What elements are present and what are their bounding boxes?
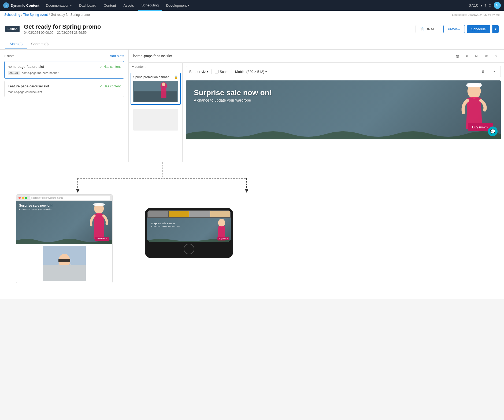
mobile-thumbnail-strip <box>147 210 231 218</box>
draft-icon: 📄 <box>420 27 424 31</box>
slot-path-1: home-page/the-hero-banner <box>22 71 59 75</box>
nav-dashboard[interactable]: Dashboard <box>76 0 99 11</box>
slot-tag-1: en-GB <box>8 71 20 75</box>
info-icon[interactable]: ℹ <box>492 52 500 60</box>
edition-badge: Edition <box>5 26 20 32</box>
home-button-area <box>147 242 231 256</box>
has-content-badge-1: ✓ Has content <box>100 65 121 69</box>
slot-path-2: feature-page/carousel-slot <box>8 90 42 94</box>
desktop-product-image <box>43 246 86 281</box>
edition-header: Edition Get ready for Spring promo 04/03… <box>0 19 504 39</box>
scale-checkbox[interactable] <box>215 70 218 73</box>
desktop-buy-btn[interactable]: Buy now > <box>95 237 109 241</box>
time-dropdown-icon[interactable]: ▾ <box>480 3 482 8</box>
browser-dot-yellow <box>22 197 24 199</box>
svg-point-16 <box>93 203 105 206</box>
breadcrumb-scheduling[interactable]: Scheduling <box>4 13 20 17</box>
preview-panel: Banner viz ▾ Scale Mobile (320 × 512) ▾ … <box>183 63 504 162</box>
content-item-empty[interactable] <box>131 106 181 133</box>
nav-scheduling[interactable]: Scheduling <box>138 0 162 11</box>
device-previews-section: search or enter website name Surprise sa… <box>0 194 504 299</box>
banner-preview: Surprise sale now on! A chance to update… <box>186 80 501 139</box>
svg-point-22 <box>218 219 225 227</box>
mobile-buy-btn[interactable]: Buy now > <box>217 237 229 240</box>
breadcrumb-sep-1: / <box>21 13 22 17</box>
nav-time: 07:10 <box>469 3 478 8</box>
slots-count: 2 slots <box>4 54 14 58</box>
chat-fab-preview[interactable]: 💬 <box>488 127 498 136</box>
edition-title: Get ready for Spring promo <box>24 23 101 30</box>
avatar[interactable]: M <box>494 2 501 9</box>
preview-button[interactable]: Preview <box>443 25 465 33</box>
tab-slots[interactable]: Slots (2) <box>5 39 27 49</box>
content-item-thumb-1 <box>133 81 178 102</box>
desktop-preview: search or enter website name Surprise sa… <box>16 194 113 283</box>
size-dropdown-icon: ▾ <box>265 70 267 73</box>
svg-point-4 <box>162 83 165 86</box>
breadcrumb: Scheduling / The Spring event / Get read… <box>0 11 504 19</box>
breadcrumb-sep-2: / <box>49 13 50 17</box>
duplicate-icon[interactable]: ⧉ <box>463 52 471 60</box>
svg-rect-8 <box>467 83 481 87</box>
slot-content-split: ▾ content Spring promotion banner 🔒 <box>129 63 504 162</box>
content-label: content <box>135 65 145 69</box>
svg-rect-1 <box>134 91 177 102</box>
tab-content[interactable]: Content (0) <box>27 39 53 49</box>
mobile-device-frame: Surprise sale now on! A chance to update… <box>145 208 233 258</box>
svg-rect-20 <box>58 259 70 262</box>
delete-icon[interactable]: 🗑 <box>454 52 461 60</box>
slot-detail-panel: home-page-feature-slot 🗑 ⧉ ☑ 👁 ℹ ▾ conte… <box>129 50 504 162</box>
slot-name-2: Feature page carousel slot <box>8 84 49 88</box>
size-selector[interactable]: Mobile (320 × 512) ▾ <box>235 70 267 74</box>
collapse-icon[interactable]: ▾ <box>132 65 134 69</box>
check-icon-2: ✓ <box>100 84 102 88</box>
viz-label: Banner viz <box>189 70 206 74</box>
nav-content[interactable]: Content <box>101 0 119 11</box>
browser-address-bar[interactable]: search or enter website name <box>30 196 110 200</box>
schedule-button[interactable]: Schedule <box>467 25 490 33</box>
last-saved-text: Last saved: 04/01/2024 05:54 by Me <box>452 13 500 16</box>
svg-marker-14 <box>245 189 249 193</box>
mobile-screen: Surprise sale now on! A chance to update… <box>147 210 231 242</box>
home-button[interactable] <box>184 244 194 254</box>
eye-icon[interactable]: 👁 <box>483 52 490 60</box>
brand-name: Dynamic Content <box>11 3 39 8</box>
slot-card-home-feature[interactable]: home-page-feature-slot ✓ Has content en-… <box>4 61 124 79</box>
external-link-icon[interactable]: ↗ <box>490 68 497 75</box>
browser-bar: search or enter website name <box>16 195 112 201</box>
main-content-area: 2 slots + Add slots home-page-feature-sl… <box>0 50 504 162</box>
slot-name-1: home-page-feature-slot <box>8 65 44 69</box>
schedule-dropdown-button[interactable]: ▾ <box>492 25 499 33</box>
dashed-arrows-svg <box>0 162 504 194</box>
slot-card-carousel[interactable]: Feature page carousel slot ✓ Has content… <box>4 81 124 97</box>
draft-button[interactable]: 📄 DRAFT <box>416 25 441 33</box>
copy-preview-icon[interactable]: ⧉ <box>479 68 487 75</box>
check-all-icon[interactable]: ☑ <box>473 52 480 60</box>
content-section-header: ▾ content <box>129 63 182 71</box>
browser-dot-red <box>18 197 21 199</box>
slot-detail-title: home-page-feature-slot <box>133 54 172 58</box>
nav-assets[interactable]: Assets <box>120 0 137 11</box>
breadcrumb-current: Get ready for Spring promo <box>51 13 90 17</box>
viz-dropdown-icon: ▾ <box>207 70 208 73</box>
nav-documentation[interactable]: Documentation ▾ <box>43 0 75 11</box>
desktop-product-section <box>16 244 112 283</box>
toolbar-divider-1 <box>211 69 212 74</box>
nav-development[interactable]: Development ▾ <box>163 0 192 11</box>
brand-logo[interactable]: ▲ Dynamic Content <box>3 2 39 8</box>
content-item-thumb-2 <box>133 109 178 131</box>
top-navigation: ▲ Dynamic Content Documentation ▾ Dashbo… <box>0 0 504 11</box>
lock-icon: 🔒 <box>174 75 178 79</box>
svg-rect-3 <box>161 89 166 98</box>
content-item-spring-banner[interactable]: Spring promotion banner 🔒 <box>131 73 181 105</box>
content-item-name-1: Spring promotion banner <box>133 75 169 79</box>
scale-toggle[interactable]: Scale <box>215 70 228 74</box>
check-icon-1: ✓ <box>100 65 102 69</box>
help-icon[interactable]: ? <box>484 3 486 8</box>
viz-selector[interactable]: Banner viz ▾ <box>189 70 208 74</box>
mobile-preview: Surprise sale now on! A chance to update… <box>145 202 233 258</box>
tabs-bar: Slots (2) Content (0) <box>0 39 504 50</box>
add-slots-button[interactable]: + Add slots <box>107 54 124 58</box>
breadcrumb-spring-event[interactable]: The Spring event <box>23 13 48 17</box>
settings-icon[interactable]: ⚙ <box>488 3 492 8</box>
